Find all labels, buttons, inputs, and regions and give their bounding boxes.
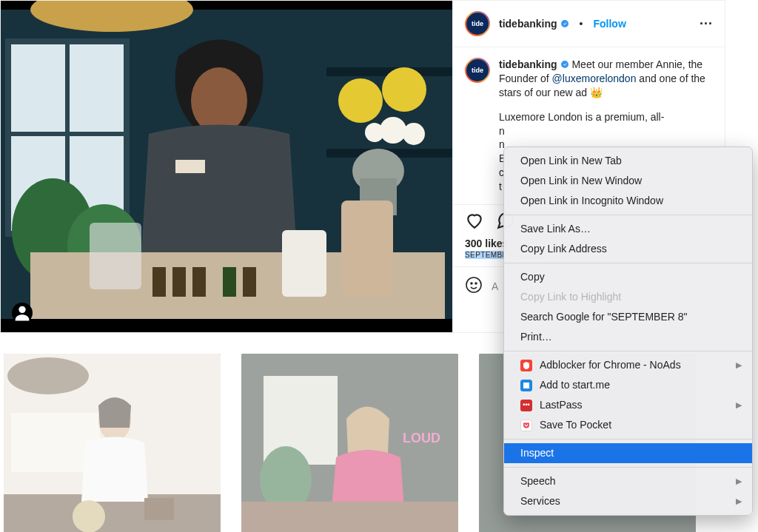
svg-rect-24 — [282, 230, 326, 297]
svg-rect-20 — [175, 160, 205, 173]
person-icon — [12, 147, 33, 332]
grid-tile[interactable] — [4, 354, 221, 532]
svg-rect-26 — [172, 267, 186, 297]
follow-button[interactable]: Follow — [593, 18, 625, 30]
svg-rect-29 — [243, 267, 256, 297]
context-menu-item[interactable]: Copy — [504, 267, 752, 287]
context-menu-item[interactable]: Open Link in New Tab — [504, 151, 752, 171]
context-menu-item[interactable]: Save To Pocket — [504, 415, 752, 435]
svg-rect-48 — [241, 502, 458, 532]
svg-point-19 — [191, 67, 247, 134]
date-selected-text: SEPTEMBE — [465, 251, 508, 259]
context-menu-item[interactable]: Inspect — [504, 443, 752, 463]
emoji-icon — [465, 276, 483, 294]
verified-badge-icon — [560, 60, 569, 69]
post-photo-svg — [1, 1, 452, 332]
tile-thumb — [4, 354, 221, 532]
more-options-button[interactable]: ··· — [700, 16, 713, 32]
post-image — [1, 1, 452, 332]
context-menu: Open Link in New TabOpen Link in New Win… — [503, 147, 753, 516]
post-header: tide tidebanking • Follow ··· — [453, 1, 725, 47]
grid-tile[interactable]: LOUD — [241, 354, 458, 532]
context-menu-item[interactable]: Add to start.me — [504, 375, 752, 395]
username-link[interactable]: tidebanking — [499, 18, 569, 30]
context-menu-item[interactable]: Search Google for "SEPTEMBER 8" — [504, 307, 752, 327]
svg-rect-27 — [192, 267, 206, 297]
username-text: tidebanking — [499, 18, 557, 30]
context-menu-item[interactable]: Services▶ — [504, 491, 752, 511]
svg-point-33 — [466, 277, 481, 292]
svg-point-32 — [561, 61, 568, 68]
svg-rect-23 — [341, 201, 393, 297]
caption-avatar[interactable]: tide — [465, 58, 490, 83]
separator-dot: • — [578, 18, 585, 30]
tagged-people-button[interactable] — [12, 303, 33, 323]
heart-icon — [465, 211, 484, 230]
svg-point-12 — [338, 78, 383, 123]
svg-text:LOUD: LOUD — [403, 431, 440, 445]
context-menu-item[interactable]: Open Link in Incognito Window — [504, 191, 752, 211]
add-comment-input[interactable]: A — [492, 280, 498, 292]
context-menu-item[interactable]: •••LastPass▶ — [504, 395, 752, 415]
svg-point-13 — [382, 67, 426, 112]
tile-thumb: LOUD — [241, 354, 458, 532]
svg-point-41 — [73, 500, 105, 532]
context-menu-item[interactable]: Speech▶ — [504, 471, 752, 491]
avatar[interactable]: tide — [465, 11, 490, 36]
context-menu-item[interactable]: Copy Link Address — [504, 239, 752, 259]
context-menu-item[interactable]: Adblocker for Chrome - NoAds▶ — [504, 355, 752, 375]
caption-username[interactable]: tidebanking — [499, 58, 569, 72]
context-menu-item[interactable]: Save Link As… — [504, 219, 752, 239]
svg-point-35 — [475, 283, 477, 284]
like-button[interactable] — [465, 211, 484, 233]
svg-point-34 — [471, 283, 472, 284]
svg-point-31 — [561, 20, 568, 27]
svg-rect-42 — [144, 498, 174, 520]
verified-badge-icon — [560, 19, 569, 28]
caption-mention-link[interactable]: @luxemorelondon — [552, 73, 637, 84]
context-menu-item[interactable]: Open Link in New Window — [504, 171, 752, 191]
svg-rect-22 — [90, 223, 141, 289]
context-menu-item: Copy Link to Highlight — [504, 287, 752, 307]
svg-point-30 — [19, 306, 25, 313]
avatar-text: tide — [466, 13, 489, 35]
svg-rect-28 — [223, 267, 236, 297]
svg-point-38 — [7, 357, 89, 394]
svg-point-15 — [403, 123, 425, 145]
svg-rect-25 — [152, 267, 166, 297]
context-menu-item[interactable]: Print… — [504, 327, 752, 347]
avatar-text: tide — [466, 59, 489, 81]
svg-point-16 — [365, 123, 384, 142]
emoji-button[interactable] — [465, 276, 483, 296]
